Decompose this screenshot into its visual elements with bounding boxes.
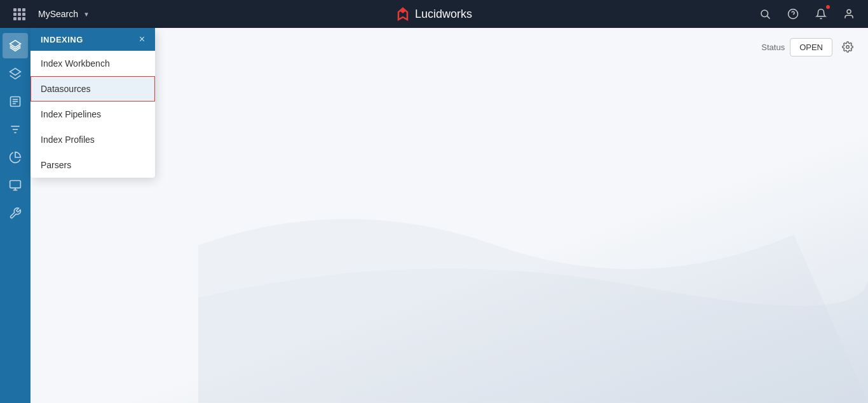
help-button[interactable] <box>784 5 802 23</box>
open-button[interactable]: OPEN <box>790 38 832 56</box>
dropdown-close-button[interactable]: × <box>139 34 145 44</box>
app-name-dropdown[interactable]: MySearch ▼ <box>33 6 95 22</box>
dropdown-item-parsers[interactable]: Parsers <box>31 152 155 178</box>
chevron-down-icon: ▼ <box>83 11 90 18</box>
indexing-dropdown-panel: INDEXING × Index Workbench Datasources I… <box>31 28 155 178</box>
main-layout: INDEXING × Index Workbench Datasources I… <box>0 28 868 403</box>
notification-wrapper <box>812 5 830 23</box>
help-icon <box>787 8 799 20</box>
content-area: Add + Status OPEN <box>31 28 868 403</box>
sidebar-item-tools[interactable] <box>3 201 28 226</box>
nav-right <box>756 5 858 23</box>
svg-point-21 <box>846 46 850 49</box>
pie-chart-icon <box>9 151 22 164</box>
app-switcher-button[interactable] <box>10 5 28 23</box>
settings-icon <box>842 41 853 53</box>
sidebar <box>0 28 31 403</box>
user-icon <box>843 8 855 20</box>
svg-marker-8 <box>10 69 21 76</box>
brand-logo: Lucidworks <box>396 7 472 21</box>
search-icon <box>759 8 771 20</box>
notification-badge <box>825 4 831 10</box>
sidebar-item-indexing[interactable] <box>3 33 28 58</box>
sidebar-item-filter[interactable] <box>3 117 28 142</box>
dropdown-item-index-pipelines[interactable]: Index Pipelines <box>31 102 155 127</box>
layers-icon <box>9 67 22 80</box>
svg-point-6 <box>847 10 851 13</box>
dropdown-item-index-profiles[interactable]: Index Profiles <box>31 127 155 152</box>
dropdown-header: INDEXING × <box>31 28 155 51</box>
document-icon <box>9 95 22 108</box>
sidebar-item-layer2[interactable] <box>3 61 28 86</box>
settings-button[interactable] <box>837 37 858 57</box>
app-name-label: MySearch <box>38 9 78 19</box>
nav-center: Lucidworks <box>396 7 472 21</box>
lucidworks-logo-icon <box>396 7 410 21</box>
sidebar-item-analytics[interactable] <box>3 145 28 170</box>
user-button[interactable] <box>840 5 858 23</box>
background-decoration <box>198 140 868 403</box>
bell-icon <box>815 8 827 20</box>
top-navbar: MySearch ▼ Lucidworks <box>0 0 868 28</box>
svg-marker-1 <box>400 8 406 13</box>
grid-icon <box>13 8 25 20</box>
dropdown-header-label: INDEXING <box>41 35 83 44</box>
status-column-label: Status <box>761 43 785 52</box>
sidebar-item-docs[interactable] <box>3 89 28 114</box>
content-toolbar: Add + Status OPEN <box>31 28 868 66</box>
search-button[interactable] <box>756 5 774 23</box>
wrench-icon <box>9 207 22 220</box>
nav-left: MySearch ▼ <box>10 5 95 23</box>
dropdown-item-datasources[interactable]: Datasources <box>31 76 155 102</box>
svg-rect-16 <box>10 181 21 188</box>
dropdown-item-index-workbench[interactable]: Index Workbench <box>31 51 155 76</box>
monitor-icon <box>9 179 22 192</box>
brand-name-label: Lucidworks <box>415 8 472 21</box>
svg-line-3 <box>767 16 770 18</box>
svg-point-2 <box>761 10 768 17</box>
sidebar-item-display[interactable] <box>3 173 28 198</box>
filter-icon <box>9 123 22 136</box>
upload-layers-icon <box>9 39 22 52</box>
